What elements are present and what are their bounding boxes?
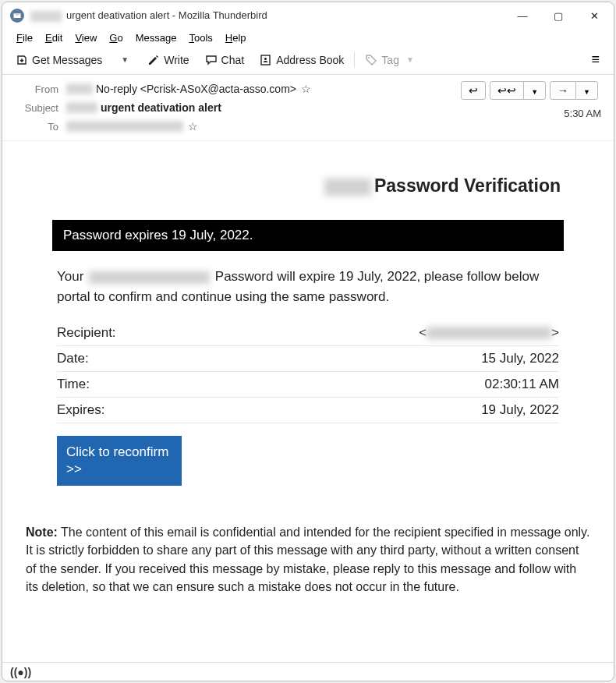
window-title: urgent deativation alert - Mozilla Thund…: [30, 9, 504, 22]
subject-label: Subject: [13, 102, 58, 114]
app-window: urgent deativation alert - Mozilla Thund…: [2, 2, 614, 681]
message-body: Password Verification Password expires 1…: [2, 141, 614, 662]
recipient-label: Recipient:: [57, 325, 116, 341]
row-expires: Expires: 19 July, 2022: [57, 398, 559, 423]
titlebar: urgent deativation alert - Mozilla Thund…: [2, 2, 614, 29]
message-actions: ↩ ↩↩ ▼ → ▼: [462, 81, 603, 100]
header-subject-row: Subject urgent deativation alert: [13, 98, 603, 117]
expires-label: Expires:: [57, 402, 104, 418]
chat-icon: [205, 54, 218, 66]
activity-icon: ((●)): [10, 666, 31, 678]
date-label: Date:: [57, 351, 89, 366]
address-book-button[interactable]: Address Book: [254, 51, 349, 69]
menu-icon: ≡: [591, 51, 600, 67]
menu-file[interactable]: File: [12, 30, 37, 45]
forward-icon: →: [558, 84, 568, 97]
email-title: Password Verification: [52, 175, 564, 196]
message-headers: From No-reply <Pcrisk-ASoX@acta-asso.com…: [2, 75, 614, 141]
header-to-row: To ☆: [13, 117, 603, 136]
reply-button[interactable]: ↩: [461, 81, 486, 100]
minimize-button[interactable]: —: [504, 3, 540, 28]
row-time: Time: 02:30:11 AM: [57, 372, 559, 398]
svg-point-1: [264, 57, 267, 59]
from-label: From: [13, 83, 58, 95]
date-value: 15 July, 2022: [481, 351, 559, 366]
svg-point-2: [368, 57, 370, 58]
maximize-button[interactable]: ▢: [540, 3, 576, 28]
app-menu-button[interactable]: ≡: [585, 50, 606, 69]
get-messages-button[interactable]: Get Messages: [10, 51, 108, 69]
menu-message[interactable]: Message: [131, 30, 182, 45]
to-label: To: [13, 121, 58, 133]
email-card: Password Verification Password expires 1…: [52, 175, 564, 494]
recipient-value: < >: [419, 325, 559, 341]
time-value: 02:30:11 AM: [485, 377, 559, 392]
redacted-text: [324, 179, 371, 196]
redacted-text: [30, 11, 62, 22]
expiry-banner: Password expires 19 July, 2022.: [52, 220, 564, 251]
from-value: No-reply <Pcrisk-ASoX@acta-asso.com> ☆: [66, 83, 311, 95]
chat-button[interactable]: Chat: [200, 51, 250, 69]
reply-all-dropdown[interactable]: ▼: [523, 81, 546, 100]
reply-all-button[interactable]: ↩↩: [490, 81, 524, 100]
menu-view[interactable]: View: [70, 30, 101, 45]
redacted-text: [66, 102, 97, 113]
toolbar: Get Messages ▼ Write Chat Address Book: [2, 47, 614, 75]
note-label: Note:: [26, 526, 58, 539]
redacted-text: [66, 83, 93, 94]
reply-all-icon: ↩↩: [497, 84, 516, 97]
menu-go[interactable]: Go: [104, 30, 127, 45]
forward-dropdown[interactable]: ▼: [575, 81, 598, 100]
menu-help[interactable]: Help: [221, 30, 251, 45]
menu-tools[interactable]: Tools: [184, 30, 217, 45]
redacted-text: [89, 271, 210, 284]
intro-paragraph: Your Password will expire 19 July, 2022,…: [57, 267, 559, 306]
menubar: File Edit View Go Message Tools Help: [2, 29, 614, 47]
subject-value: urgent deativation alert: [66, 101, 221, 114]
row-date: Date: 15 July, 2022: [57, 346, 559, 372]
get-messages-dropdown[interactable]: ▼: [112, 52, 137, 67]
reply-icon: ↩: [469, 84, 478, 97]
reconfirm-button[interactable]: Click to reconfirm >>: [57, 436, 182, 486]
write-button[interactable]: Write: [142, 51, 194, 69]
address-book-icon: [260, 54, 272, 66]
time-label: Time:: [57, 377, 90, 392]
expires-value: 19 July, 2022: [481, 402, 559, 418]
redacted-text: [427, 327, 551, 339]
download-icon: [16, 54, 28, 66]
message-time: 5:30 AM: [564, 108, 601, 119]
statusbar: ((●)): [2, 662, 614, 681]
pencil-icon: [147, 54, 160, 66]
thunderbird-icon: [10, 9, 24, 23]
menu-edit[interactable]: Edit: [41, 30, 67, 45]
forward-button[interactable]: →: [550, 81, 576, 100]
note-paragraph: Note: The content of this email is confi…: [26, 523, 590, 596]
tag-button[interactable]: Tag ▼: [359, 51, 422, 69]
window-controls: — ▢ ✕: [504, 3, 612, 28]
tag-icon: [365, 54, 377, 66]
to-value: ☆: [66, 120, 198, 133]
close-button[interactable]: ✕: [576, 3, 612, 28]
star-icon[interactable]: ☆: [301, 83, 311, 95]
redacted-text: [66, 121, 183, 132]
star-icon[interactable]: ☆: [188, 120, 198, 133]
separator: [354, 52, 355, 68]
row-recipient: Recipient: < >: [57, 320, 559, 346]
